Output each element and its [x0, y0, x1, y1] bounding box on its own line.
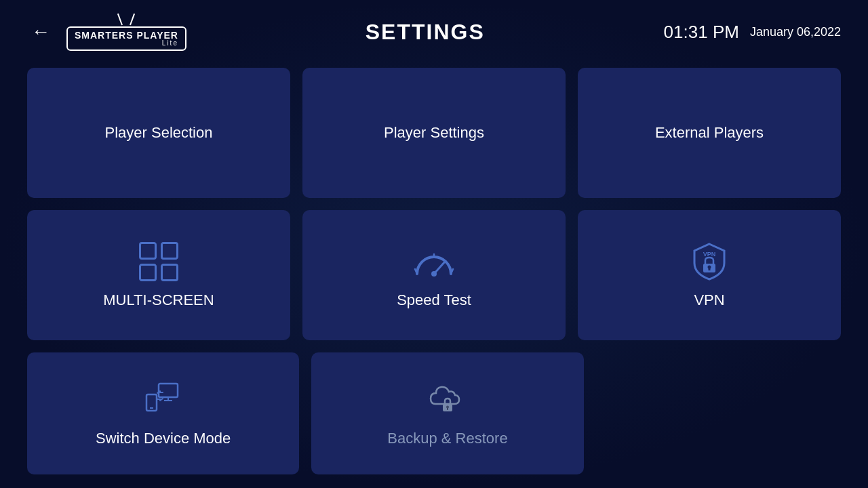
multi-screen-label: MULTI-SCREEN: [103, 291, 214, 309]
tile-player-selection[interactable]: Player Selection: [27, 68, 290, 198]
svg-point-15: [446, 405, 449, 408]
back-button[interactable]: ←: [27, 18, 54, 45]
header-left: ← SMARTERS PLAYER Lite: [27, 13, 186, 51]
grid-row-3: Switch Device Mode Backup & Resto: [27, 352, 841, 474]
external-players-label: External Players: [655, 124, 764, 142]
current-time: 01:31 PM: [664, 22, 739, 43]
back-arrow-icon: ←: [31, 21, 50, 43]
tile-external-players[interactable]: External Players: [578, 68, 841, 198]
svg-rect-16: [447, 408, 448, 410]
tile-multi-screen[interactable]: MULTI-SCREEN: [27, 210, 290, 340]
backup-restore-icon: [424, 380, 471, 420]
tv-screen: SMARTERS PLAYER Lite: [66, 26, 186, 51]
header-datetime: 01:31 PM January 06,2022: [664, 22, 841, 43]
grid-row-2: MULTI-SCREEN: [27, 210, 841, 340]
tile-switch-device-mode[interactable]: Switch Device Mode: [27, 352, 299, 474]
header: ← SMARTERS PLAYER Lite SETTINGS 01:: [0, 0, 868, 61]
tile-empty: [596, 352, 841, 474]
current-date: January 06,2022: [750, 25, 841, 39]
switch-device-icon: [140, 380, 187, 420]
tile-speed-test[interactable]: Speed Test: [302, 210, 566, 340]
page-wrapper: ← SMARTERS PLAYER Lite SETTINGS 01:: [0, 0, 868, 488]
speedometer-icon: [410, 241, 458, 282]
datetime-row: 01:31 PM January 06,2022: [664, 22, 841, 43]
grid-area: Player Selection Player Settings Externa…: [0, 61, 868, 488]
vpn-icon: VPN: [686, 241, 733, 282]
svg-point-4: [431, 271, 437, 277]
vpn-label: VPN: [694, 291, 724, 309]
switch-device-label: Switch Device Mode: [96, 430, 231, 447]
tv-antenna-icon: [121, 13, 131, 25]
svg-rect-8: [709, 268, 711, 270]
logo-brand-text: SMARTERS PLAYER: [75, 30, 178, 40]
svg-text:VPN: VPN: [703, 251, 716, 258]
tile-vpn[interactable]: VPN VPN: [578, 210, 841, 340]
logo-lite-text: Lite: [162, 40, 178, 47]
grid-row-1: Player Selection Player Settings Externa…: [27, 68, 841, 198]
multiscreen-icon: [135, 241, 182, 282]
player-selection-label: Player Selection: [105, 124, 213, 142]
player-settings-label: Player Settings: [384, 124, 484, 142]
tile-backup-restore[interactable]: Backup & Restore: [311, 352, 583, 474]
logo-tv: SMARTERS PLAYER Lite: [66, 13, 186, 51]
tile-player-settings[interactable]: Player Settings: [302, 68, 566, 198]
svg-rect-9: [159, 384, 178, 397]
speed-test-label: Speed Test: [397, 291, 471, 309]
backup-restore-label: Backup & Restore: [387, 430, 507, 447]
page-title: SETTINGS: [366, 20, 485, 45]
logo: SMARTERS PLAYER Lite: [66, 13, 186, 51]
